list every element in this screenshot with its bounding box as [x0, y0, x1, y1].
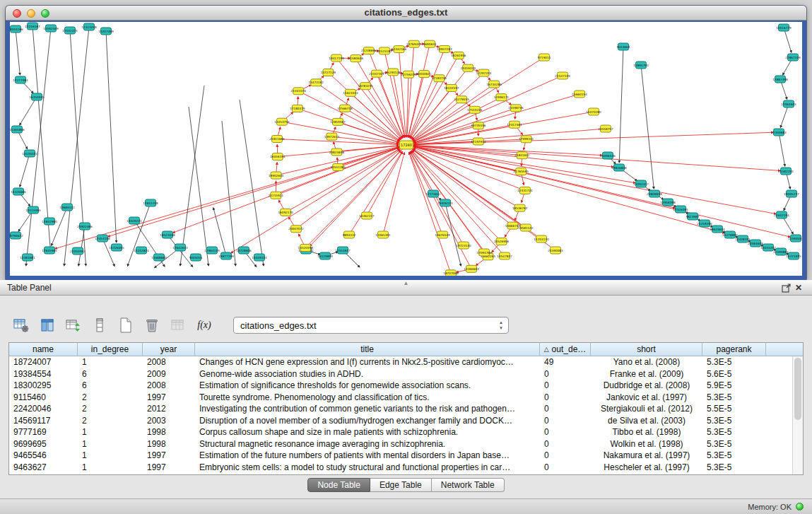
- network-node[interactable]: 20526956: [494, 238, 510, 245]
- network-node[interactable]: 9894332: [343, 231, 356, 238]
- cell-name[interactable]: 19384554: [9, 369, 78, 379]
- cell-out_degree[interactable]: 0: [540, 439, 591, 449]
- network-node[interactable]: 11204110: [534, 235, 549, 243]
- network-node[interactable]: 16350935: [29, 93, 45, 100]
- network-node[interactable]: 17064603: [781, 100, 796, 107]
- cell-pagerank[interactable]: 5.3E-5: [702, 439, 766, 449]
- cell-title[interactable]: Corpus callosum shape and size in male p…: [195, 427, 540, 437]
- tab-network-table[interactable]: Network Table: [432, 478, 505, 492]
- network-node[interactable]: 22642194: [774, 211, 789, 218]
- zoom-button[interactable]: [41, 9, 49, 18]
- cell-title[interactable]: Changes of HCN gene expression and I(f) …: [195, 357, 540, 367]
- network-node[interactable]: 17240: [400, 141, 413, 149]
- network-edge[interactable]: [296, 150, 400, 229]
- column-header-short[interactable]: short: [591, 343, 702, 356]
- network-node[interactable]: 15293128: [385, 69, 401, 76]
- table-row[interactable]: 2242004622012Investigating the contribut…: [9, 403, 792, 415]
- table-panel-titlebar[interactable]: ▲ Table Panel ✕: [0, 280, 812, 296]
- network-node[interactable]: 17417461: [507, 121, 522, 128]
- cell-year[interactable]: 1997: [143, 392, 195, 402]
- network-node[interactable]: 15726055: [109, 244, 124, 251]
- network-node[interactable]: 14096536: [600, 152, 616, 159]
- cell-in_degree[interactable]: 2: [78, 404, 143, 414]
- network-node[interactable]: 17454158: [95, 235, 110, 242]
- network-node[interactable]: 21765595: [514, 168, 529, 175]
- network-node[interactable]: 18707066: [443, 270, 459, 276]
- network-node[interactable]: 21441070: [291, 88, 307, 95]
- network-node[interactable]: 21590083: [548, 247, 563, 254]
- network-node[interactable]: 16129899: [317, 252, 333, 259]
- column-header-name[interactable]: name: [9, 343, 78, 356]
- network-node[interactable]: 12065391: [375, 231, 391, 238]
- network-node[interactable]: 17842258: [143, 199, 158, 206]
- cell-title[interactable]: Structural magnetic resonance image aver…: [195, 439, 540, 449]
- table-row[interactable]: 1456911722003Disruption of a novel membe…: [9, 415, 792, 427]
- network-node[interactable]: 17180379: [290, 105, 305, 112]
- network-node[interactable]: 11832960: [42, 218, 57, 225]
- network-node[interactable]: 18619614: [710, 226, 725, 233]
- cell-out_degree[interactable]: 0: [540, 404, 591, 414]
- network-node[interactable]: 9005056: [189, 254, 203, 261]
- row-height-icon[interactable]: [90, 315, 110, 335]
- column-header-out_degree[interactable]: △out_de…: [540, 343, 591, 356]
- cell-name[interactable]: 9463627: [9, 462, 78, 472]
- network-node[interactable]: 12958398: [660, 199, 676, 206]
- tab-node-table[interactable]: Node Table: [307, 478, 370, 492]
- network-node[interactable]: 15365866: [10, 126, 25, 133]
- cell-name[interactable]: 22420046: [9, 404, 78, 414]
- cell-name[interactable]: 9465546: [9, 450, 78, 460]
- cell-short[interactable]: Franke et al. (2009): [591, 369, 702, 379]
- network-node[interactable]: 11278455: [454, 96, 470, 103]
- cell-out_degree[interactable]: 0: [540, 380, 591, 390]
- cell-out_degree[interactable]: 0: [540, 450, 591, 460]
- cell-year[interactable]: 2003: [143, 416, 195, 426]
- network-node[interactable]: 10907283: [437, 45, 452, 52]
- network-node[interactable]: 14520398: [298, 244, 314, 251]
- cell-pagerank[interactable]: 5.3E-5: [702, 357, 766, 367]
- network-node[interactable]: 14592509: [43, 25, 59, 32]
- network-edge[interactable]: [70, 30, 86, 266]
- cell-short[interactable]: de Silva et al. (2003): [591, 416, 702, 426]
- network-node[interactable]: 22050952: [70, 247, 86, 255]
- network-node[interactable]: 9690633: [423, 40, 437, 47]
- network-node[interactable]: 15371815: [786, 252, 801, 259]
- network-node[interactable]: 12996171: [494, 94, 510, 101]
- network-edge[interactable]: [406, 145, 790, 237]
- network-node[interactable]: 18103597: [444, 84, 459, 91]
- network-node[interactable]: 11525182: [377, 47, 392, 54]
- edit-table-icon[interactable]: [64, 315, 83, 335]
- network-edge[interactable]: [413, 148, 520, 208]
- network-node[interactable]: 15472182: [309, 79, 324, 86]
- network-node[interactable]: 15070280: [586, 108, 601, 115]
- network-edge[interactable]: [20, 97, 37, 125]
- network-node[interactable]: 11688660: [151, 254, 167, 261]
- network-node[interactable]: 14509231: [126, 217, 142, 224]
- network-node[interactable]: 18523048: [160, 231, 175, 238]
- cell-in_degree[interactable]: 1: [78, 427, 143, 437]
- network-edge[interactable]: [409, 152, 451, 273]
- cell-name[interactable]: 18300295: [9, 380, 78, 390]
- network-edge[interactable]: [20, 153, 30, 187]
- network-node[interactable]: 19676549: [435, 231, 450, 238]
- network-edge[interactable]: [16, 29, 20, 75]
- table-row[interactable]: 1830029562008Estimation of significance …: [9, 380, 792, 392]
- cell-short[interactable]: Wolkin et al. (1998): [591, 439, 702, 449]
- network-edge[interactable]: [406, 145, 613, 167]
- network-edge[interactable]: [619, 47, 623, 163]
- cell-in_degree[interactable]: 1: [78, 462, 143, 472]
- column-header-year[interactable]: year: [143, 343, 195, 356]
- network-node[interactable]: 10551385: [331, 163, 346, 170]
- network-node[interactable]: 16056194: [270, 153, 286, 160]
- network-edge[interactable]: [78, 226, 85, 266]
- cell-year[interactable]: 2008: [143, 380, 195, 390]
- table-mode-icon[interactable]: [11, 315, 31, 335]
- cell-short[interactable]: Hescheler et al. (1997): [591, 462, 702, 472]
- cell-title[interactable]: Estimation of significance thresholds fo…: [195, 380, 540, 390]
- cell-title[interactable]: Investigating the contribution of common…: [195, 404, 540, 414]
- network-edge[interactable]: [222, 121, 235, 266]
- cell-year[interactable]: 2008: [143, 357, 195, 367]
- network-node[interactable]: 10516779: [776, 24, 792, 31]
- network-edge[interactable]: [413, 100, 462, 140]
- network-node[interactable]: 9719011: [538, 54, 551, 61]
- network-node[interactable]: 21841632: [514, 152, 530, 159]
